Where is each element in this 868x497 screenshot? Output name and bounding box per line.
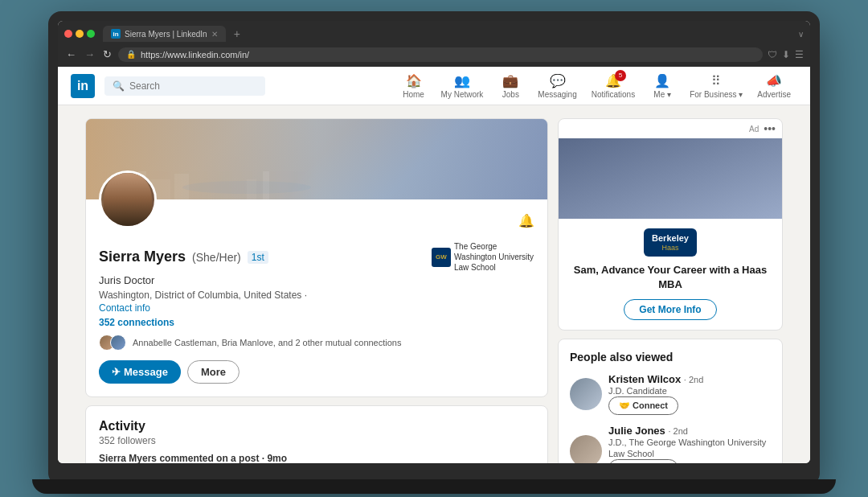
linkedin-page: in 🔍 🏠 Home 👥 My Network [58,67,810,463]
profile-location: Washington, District of Columbia, United… [99,290,534,301]
more-button[interactable]: More [187,360,240,384]
main-nav: 🏠 Home 👥 My Network 💼 Jobs 💬 Messaging [395,70,797,102]
search-input[interactable] [129,80,250,92]
nav-label-home: Home [403,90,424,99]
nav-item-jobs[interactable]: 💼 Jobs [491,70,530,102]
notification-badge: 5 [615,70,626,81]
lock-icon: 🔒 [126,50,136,59]
school-name: The George Washington University Law Sch… [454,241,534,273]
shield-icon: 🛡 [768,49,777,60]
profile-degree: 1st [248,251,268,264]
activity-title: Activity [99,419,534,433]
search-icon: 🔍 [113,80,125,92]
person-item-0: Kristen Wilcox · 2nd J.D. Candidate 🤝 Co… [570,373,771,415]
back-button[interactable]: ← [64,47,78,62]
browser-chrome: in Sierra Myers | LinkedIn ✕ + ∨ ← → ↻ 🔒… [58,21,810,67]
close-button[interactable] [64,30,72,38]
nav-label-notifications: Notifications [592,90,635,99]
connect-button-0[interactable]: 🤝 Connect [608,396,678,415]
person-info-0: Kristen Wilcox · 2nd J.D. Candidate 🤝 Co… [608,373,771,415]
message-icon: ✈ [112,366,121,378]
nav-label-network: My Network [441,90,484,99]
network-icon: 👥 [454,73,470,88]
avatar-body [104,171,152,226]
profile-name-row: Sierra Myers (She/Her) 1st GW The George… [99,241,534,273]
jobs-icon: 💼 [502,73,518,88]
nav-bar: ← → ↻ 🔒 https://www.linkedin.com/in/ 🛡 ⬇… [64,45,804,64]
laptop-shell: in Sierra Myers | LinkedIn ✕ + ∨ ← → ↻ 🔒… [48,11,820,486]
laptop-base [32,479,836,494]
forward-button[interactable]: → [83,47,96,62]
nav-item-advertise[interactable]: 📣 Advertise [751,70,797,102]
ad-headline: Sam, Advance Your Career with a Haas MBA [568,263,772,292]
ad-logo-text-line2: Haas [652,244,689,252]
nav-item-notifications[interactable]: 🔔 5 Notifications [585,70,641,102]
tab-favicon: in [111,29,121,39]
maximize-button[interactable] [87,30,95,38]
nav-label-advertise: Advertise [757,90,791,99]
profile-actions: ✈ Message More [99,360,534,384]
tab-arrow-icon[interactable]: ∨ [798,30,804,39]
new-tab-button[interactable]: + [231,27,244,40]
ad-label: Ad [749,125,759,133]
message-button[interactable]: ✈ Message [99,360,181,384]
tab-close-icon[interactable]: ✕ [211,30,218,39]
search-bar[interactable]: 🔍 [104,76,265,96]
menu-icon[interactable]: ☰ [795,49,804,60]
connect-icon-0: 🤝 [619,400,630,411]
profile-section: 🔔 Sierra Myers (She/Her) 1st GW [85,118,548,463]
avatar [99,170,157,228]
notifications-icon: 🔔 5 [605,73,621,88]
nav-label-me: Me ▾ [653,90,671,99]
ad-body: Berkeley Haas Sam, Advance Your Career w… [559,219,782,330]
nav-item-home[interactable]: 🏠 Home [395,70,433,102]
connections-link[interactable]: 352 connections [99,317,534,328]
profile-pronouns: (She/Her) [192,251,241,264]
linkedin-logo[interactable]: in [71,74,95,98]
home-icon: 🏠 [406,73,422,88]
download-icon: ⬇ [782,49,790,60]
laptop-screen: in Sierra Myers | LinkedIn ✕ + ∨ ← → ↻ 🔒… [58,21,810,463]
school-badge: GW [432,248,451,267]
minimize-button[interactable] [76,30,84,38]
nav-item-me[interactable]: 👤 Me ▾ [643,70,682,102]
bell-icon[interactable]: 🔔 [518,213,534,228]
nav-item-for-business[interactable]: ⠿ For Business ▾ [683,70,749,102]
tab-title: Sierra Myers | LinkedIn [125,30,207,39]
school-badge-icon: GW [436,253,447,261]
connect-button-1[interactable]: 🤝 Connect [608,459,678,463]
linkedin-header: in 🔍 🏠 Home 👥 My Network [58,67,810,105]
ad-card: Ad ••• Berkeley Haas Sam, Advance Your C… [558,118,783,331]
ad-options-icon[interactable]: ••• [764,122,776,135]
tab-bar: in Sierra Myers | LinkedIn ✕ + ∨ [64,26,804,42]
profile-info: Sierra Myers (She/Her) 1st GW The George… [86,238,547,396]
nav-label-for-business: For Business ▾ [690,90,743,99]
contact-info-link[interactable]: Contact info [99,302,534,314]
url-bar[interactable]: 🔒 https://www.linkedin.com/in/ [118,47,763,62]
activity-followers: 352 followers [99,435,534,446]
get-more-info-button[interactable]: Get More Info [624,299,716,320]
for-business-icon: ⠿ [711,73,721,88]
ad-logo-text-line1: Berkeley [652,233,689,244]
nav-item-my-network[interactable]: 👥 My Network [435,70,490,102]
person-title-0: J.D. Candidate [608,385,771,396]
person-item-1: Julie Jones · 2nd J.D., The George Washi… [570,425,771,463]
url-text: https://www.linkedin.com/in/ [141,50,249,60]
advertise-icon: 📣 [766,73,782,88]
traffic-lights [64,30,95,38]
main-content: 🔔 Sierra Myers (She/Her) 1st GW [72,105,796,463]
profile-school-logo: GW The George Washington University Law … [432,241,534,273]
mutual-connections: Annabelle Castleman, Bria Manlove, and 2… [99,335,534,351]
mutual-avatar-2 [110,335,126,351]
nav-item-messaging[interactable]: 💬 Messaging [531,70,583,102]
ad-header: Ad ••• [559,119,782,138]
browser-tab-active[interactable]: in Sierra Myers | LinkedIn ✕ [103,26,226,42]
person-name-0: Kristen Wilcox · 2nd [608,373,771,385]
person-title-1: J.D., The George Washington University L… [608,437,771,460]
person-name-1: Julie Jones · 2nd [608,425,771,437]
profile-card: 🔔 Sierra Myers (She/Her) 1st GW [85,118,548,397]
nav-label-messaging: Messaging [538,90,576,99]
activity-post-suffix: commented on a post · 9mo [159,453,287,463]
activity-card: Activity 352 followers Sierra Myers comm… [85,405,548,463]
refresh-button[interactable]: ↻ [101,47,113,62]
